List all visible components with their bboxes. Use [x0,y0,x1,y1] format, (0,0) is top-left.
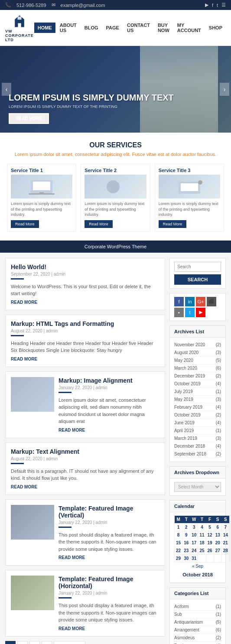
calendar-day[interactable]: 30 [182,554,190,562]
calendar-day[interactable]: 20 [214,539,221,546]
calendar-day[interactable]: 11 [198,531,206,539]
archive-list-item[interactable]: October 2019(4) [174,380,221,388]
rss-icon[interactable]: ☰ [221,2,226,8]
category-list-item[interactable]: Antiquarianism(5) [174,618,221,626]
category-list-item[interactable]: Broder(4) [174,642,221,644]
calendar-day[interactable]: 15 [175,539,182,546]
post-readmore-4[interactable]: READ MORE [11,485,159,489]
archive-list-item[interactable]: February 2019(4) [174,403,221,411]
archive-list-item[interactable]: June 2019(4) [174,419,221,427]
archive-list-item[interactable]: October 2019(2) [174,411,221,419]
calendar-day[interactable]: 9 [182,531,190,539]
social-misc2[interactable]: ▪ [174,308,184,317]
twitter-icon[interactable]: t [217,3,218,8]
archive-list-item[interactable]: March 2019(3) [174,435,221,442]
archive-list-item[interactable]: September 2018(2) [174,450,221,458]
calendar-day[interactable]: 10 [190,531,198,539]
svg-rect-5 [39,192,44,194]
archive-list-item[interactable]: May 2019(3) [174,396,221,403]
post-readmore-5[interactable]: READ MORE [59,555,159,560]
calendar-day[interactable]: 26 [206,546,214,554]
social-linkedin[interactable]: in [185,297,195,306]
archive-list-item[interactable]: July 2019(1) [174,388,221,396]
calendar-day[interactable]: 22 [175,546,182,554]
nav-account[interactable]: MY ACCOUNT [174,20,205,36]
navigation: HOME ABOUT US BLOG PAGE CONTACT US BUY N… [34,20,226,36]
post-meta-4: August 22, 2020 | admin [11,456,159,461]
hero-next-button[interactable]: › [220,83,229,96]
calendar-day[interactable]: 12 [206,531,214,539]
service-btn-1[interactable]: Read More [11,220,39,228]
svg-point-6 [107,180,120,193]
hero-prev-button[interactable]: ‹ [2,83,11,96]
facebook-icon[interactable]: f [212,3,213,8]
page-btn-12[interactable]: 12 [42,641,52,644]
calendar-day[interactable]: 3 [190,523,198,531]
post-readmore-3[interactable]: READ MORE [59,428,159,433]
calendar-day[interactable]: 28 [221,546,229,554]
logo[interactable]: VW CORPORATE LTD [5,13,34,42]
nav-buynow[interactable]: BUY NOW [154,20,173,36]
archive-list-item[interactable]: April 2019(1) [174,427,221,435]
social-twitter[interactable]: t [185,308,195,317]
archive-list-item[interactable]: December 2019(2) [174,372,221,380]
nav-contact[interactable]: CONTACT US [124,20,153,36]
social-facebook[interactable]: f [174,297,184,306]
calendar-day[interactable]: 23 [182,546,190,554]
calendar-day[interactable]: 31 [190,554,198,562]
calendar-day[interactable]: 29 [175,554,182,562]
calendar-day[interactable]: 17 [190,539,198,546]
archives-dropdown-select[interactable]: Select Month [174,482,221,492]
page-btn-2[interactable]: 2 [17,641,28,644]
service-btn-3[interactable]: Read More [159,220,187,228]
service-btn-2[interactable]: Read More [85,220,113,228]
social-googleplus[interactable]: G+ [196,297,205,306]
page-next-button[interactable]: Next Page [54,641,85,644]
sidebar-search-button[interactable]: SEARCH [174,274,221,285]
calendar-day[interactable]: 13 [214,531,221,539]
calendar-day[interactable]: 7 [221,523,229,531]
youtube-icon[interactable]: ▶ [205,2,208,8]
calendar-day[interactable]: 18 [198,539,206,546]
calendar-day[interactable]: 19 [206,539,214,546]
calendar-day[interactable]: 21 [221,539,229,546]
social-misc1[interactable]: ⬛ [207,297,216,306]
calendar-prev[interactable]: « Sep [174,564,221,569]
hero-readmore-button[interactable]: READ MORE [9,113,49,124]
nav-blog[interactable]: BLOG [81,23,102,33]
archive-list-item[interactable]: August 2020(3) [174,349,221,357]
sidebar-search-input[interactable] [174,262,221,272]
calendar-day[interactable]: 16 [182,539,190,546]
calendar-day[interactable]: 24 [190,546,198,554]
category-list-item[interactable]: Aciform(1) [174,603,221,611]
calendar-day[interactable]: 5 [206,523,214,531]
archive-list-item[interactable]: November 2020(2) [174,341,221,349]
category-list-item[interactable]: Sub(1) [174,611,221,618]
calendar-day[interactable]: 25 [198,546,206,554]
page-btn-1[interactable]: 1 [5,641,16,644]
calendar-day[interactable]: 14 [221,531,229,539]
archive-list-item[interactable]: December 2018(4) [174,442,221,450]
calendar-day[interactable]: 8 [175,531,182,539]
nav-home[interactable]: HOME [34,23,55,33]
calendar-day[interactable]: 6 [214,523,221,531]
calendar-day[interactable]: 4 [198,523,206,531]
calendar-day[interactable]: 2 [182,523,190,531]
service-img-1 [11,175,72,198]
svg-point-10 [198,180,202,185]
archive-list-item[interactable]: May 2020(5) [174,357,221,364]
category-list-item[interactable]: Asmodeus(2) [174,634,221,642]
archive-list-item[interactable]: March 2020(6) [174,364,221,372]
calendar-day[interactable]: 1 [175,523,182,531]
post-readmore-2[interactable]: READ MORE [11,357,159,361]
nav-shop[interactable]: SHOP [205,23,226,33]
post-readmore-6[interactable]: READ MORE [59,626,159,631]
service-title-2: Service Title 2 [85,168,146,173]
nav-page[interactable]: PAGE [103,23,123,33]
archives-list-title: Archives List [170,326,225,338]
post-readmore-1[interactable]: READ MORE [11,300,159,305]
calendar-day[interactable]: 27 [214,546,221,554]
nav-about[interactable]: ABOUT US [56,20,80,36]
social-youtube[interactable]: ▶ [196,308,205,317]
category-list-item[interactable]: Arrangement(6) [174,626,221,634]
